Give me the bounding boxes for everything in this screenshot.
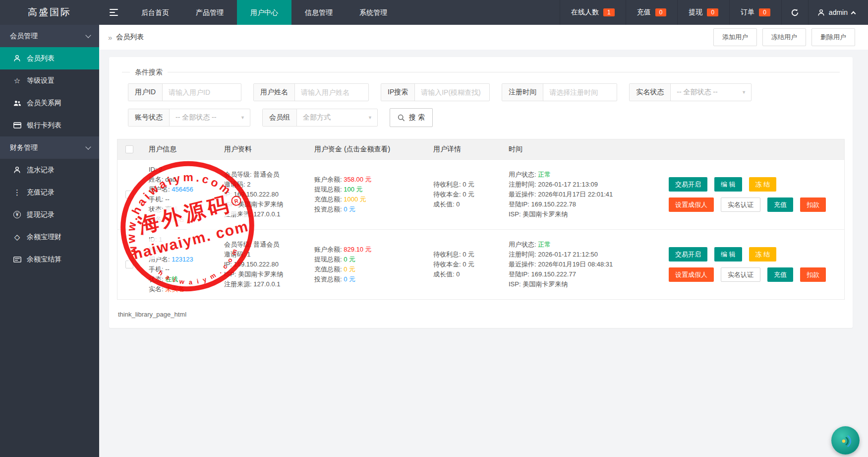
sidebar: 会员管理 会员列表 ☆ 等级设置 会员关系网 银行卡列表 财务管理 流水记录 ⋮…	[0, 25, 99, 457]
search-panel: 条件搜索 用户ID 用户姓名 IP搜索 注册时间	[122, 72, 840, 127]
recharge-button[interactable]: 充值	[767, 267, 793, 282]
member-group-select[interactable]: 全部方式 ▼	[297, 109, 377, 126]
stat-badge: 0	[655, 8, 667, 16]
user-detail-cell: 待收利息: 0 元 待收本金: 0 元 成长值: 0	[426, 245, 501, 284]
row-checkbox[interactable]	[125, 261, 133, 268]
sidebar-item-yuebao-settle[interactable]: 余额宝结算	[0, 248, 99, 270]
add-user-button[interactable]: 添加用户	[713, 28, 757, 46]
ip-search-input[interactable]	[415, 84, 489, 101]
invest-amount[interactable]: 0 元	[344, 205, 355, 213]
stat-recharge[interactable]: 充值 0	[626, 0, 678, 25]
online-status: 离线	[165, 205, 178, 213]
freeze-user-button[interactable]: 冻结用户	[762, 28, 806, 46]
freeze-button[interactable]: 冻 结	[749, 247, 777, 261]
user-icon	[13, 166, 21, 174]
real-status-select[interactable]: -- 全部状态 -- ▼	[671, 84, 751, 101]
sidebar-item-label: 等级设置	[27, 76, 55, 85]
dots-vertical-icon: ⋮	[13, 188, 21, 197]
set-fake-button[interactable]: 设置成假人	[669, 267, 714, 282]
deduct-button[interactable]: 扣款	[800, 267, 826, 282]
sidebar-group-member[interactable]: 会员管理	[0, 25, 99, 47]
nav-system[interactable]: 系统管理	[346, 0, 401, 25]
stat-badge: 0	[759, 8, 770, 16]
row-checkbox[interactable]	[125, 191, 133, 198]
stat-online-users[interactable]: 在线人数 1	[560, 0, 626, 25]
recharge-amount[interactable]: 1000 元	[344, 196, 366, 203]
search-button[interactable]: 搜 索	[390, 108, 433, 127]
freeze-button[interactable]: 冻 结	[749, 177, 777, 192]
voice-wave-icon	[838, 433, 853, 448]
user-icon	[817, 9, 825, 16]
sidebar-item-yuebao-invest[interactable]: ◇ 余额宝理财	[0, 226, 99, 248]
stat-label: 充值	[637, 8, 651, 17]
account-status-select[interactable]: -- 全部状态 -- ▼	[170, 109, 250, 126]
sidebar-item-withdraw-records[interactable]: ¥ 提现记录	[0, 203, 99, 226]
sidebar-group-finance[interactable]: 财务管理	[0, 136, 99, 159]
withdraw-amount[interactable]: 0 元	[344, 256, 355, 263]
bank-card-icon	[13, 122, 21, 129]
stat-orders[interactable]: 订单 0	[729, 0, 781, 25]
top-nav: 后台首页 产品管理 用户中心 信息管理 系统管理	[128, 0, 401, 25]
search-row-1: 用户ID 用户姓名 IP搜索 注册时间 实名状态	[128, 83, 840, 101]
edit-button[interactable]: 编 辑	[714, 177, 742, 192]
selected-value: -- 全部状态 --	[677, 88, 717, 97]
sidebar-item-member-list[interactable]: 会员列表	[0, 47, 99, 69]
chevron-down-icon	[85, 32, 91, 38]
floating-service-button[interactable]	[831, 426, 860, 455]
trade-toggle-button[interactable]: 交易开启	[669, 177, 707, 192]
realname-verify-button[interactable]: 实名认证	[721, 197, 760, 212]
sidebar-item-label: 银行卡列表	[27, 121, 61, 130]
topbar: 高盛国际 后台首页 产品管理 用户中心 信息管理 系统管理 在线人数 1 充值 …	[0, 0, 868, 25]
user-name: admin	[829, 8, 848, 16]
sidebar-item-relation-network[interactable]: 会员关系网	[0, 92, 99, 114]
reg-time-input[interactable]	[543, 84, 617, 101]
sidebar-item-bank-cards[interactable]: 银行卡列表	[0, 114, 99, 136]
col-user-profile: 用户资料	[217, 145, 307, 154]
field-real-status: 实名状态 -- 全部状态 -- ▼	[629, 83, 752, 101]
nav-dashboard[interactable]: 后台首页	[128, 0, 182, 25]
user-info-cell: ID: 2 姓名: dad 用户名: 456456 手机: -- 状态: 离线 …	[141, 160, 217, 229]
user-info-cell: ID: 1 姓名: -- 用户名: 123123 手机: -- 状态: 在线 实…	[141, 230, 217, 299]
sidebar-item-recharge-records[interactable]: ⋮ 充值记录	[0, 181, 99, 203]
online-status: 在线	[165, 275, 178, 283]
edit-button[interactable]: 编 辑	[714, 247, 742, 261]
balance-amount[interactable]: 358.00 元	[344, 176, 371, 183]
nav-information[interactable]: 信息管理	[291, 0, 346, 25]
invest-amount[interactable]: 0 元	[344, 275, 355, 283]
sidebar-item-flow-records[interactable]: 流水记录	[0, 159, 99, 181]
withdraw-amount[interactable]: 100 元	[344, 186, 362, 193]
recharge-amount[interactable]: 0 元	[344, 265, 355, 273]
stat-withdraw[interactable]: 提现 0	[677, 0, 729, 25]
nav-products[interactable]: 产品管理	[182, 0, 237, 25]
sidebar-item-label: 流水记录	[27, 166, 55, 175]
nav-user-center[interactable]: 用户中心	[237, 0, 291, 25]
set-fake-button[interactable]: 设置成假人	[669, 197, 714, 212]
sidebar-group-label: 会员管理	[10, 32, 38, 41]
row-actions-cell: 交易开启 编 辑 冻 结 设置成假人 实名认证 充值 扣款	[659, 172, 844, 217]
username-link[interactable]: 123123	[172, 256, 193, 263]
user-menu[interactable]: admin	[808, 0, 868, 25]
stat-badge: 1	[603, 8, 615, 16]
refresh-button[interactable]	[781, 0, 808, 25]
dropdown-arrow-icon: ▼	[240, 115, 245, 120]
page-title: 会员列表	[116, 33, 144, 42]
footer-note: think_library_page_html	[118, 311, 845, 318]
balance-amount[interactable]: 829.10 元	[344, 246, 371, 253]
field-label: 注册时间	[502, 84, 543, 101]
menu-toggle-icon[interactable]	[99, 0, 128, 25]
select-all-checkbox[interactable]	[125, 145, 133, 153]
user-id-input[interactable]	[163, 84, 241, 101]
trade-toggle-button[interactable]: 交易开启	[669, 247, 707, 261]
sidebar-item-level-settings[interactable]: ☆ 等级设置	[0, 69, 99, 92]
deduct-button[interactable]: 扣款	[800, 197, 826, 212]
realname-verify-button[interactable]: 实名认证	[721, 267, 760, 282]
member-table: 用户信息 用户资料 用户资金 (点击金额查看) 用户详情 时间 ID: 2 姓名…	[117, 139, 845, 300]
username-link[interactable]: 456456	[172, 186, 193, 193]
field-label: 实名状态	[630, 84, 671, 101]
recharge-button[interactable]: 充值	[767, 197, 793, 212]
delete-user-button[interactable]: 删除用户	[811, 28, 855, 46]
field-label: 账号状态	[128, 109, 170, 126]
realname-status: 未实名	[165, 215, 184, 223]
user-name-input[interactable]	[295, 84, 368, 101]
col-time: 时间	[501, 145, 659, 154]
